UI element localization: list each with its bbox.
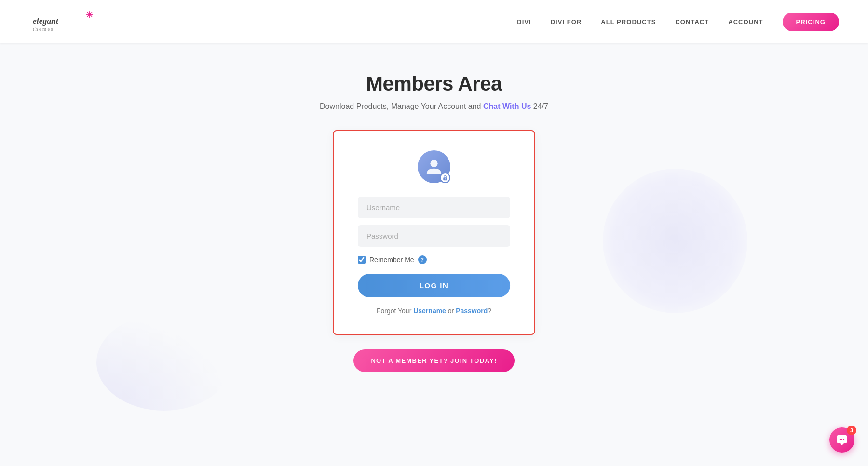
header: ✳ elegant themes DIVI DIVI FOR ALL PRODU… <box>0 0 868 43</box>
subtitle-prefix: Download Products, Manage Your Account a… <box>320 102 483 110</box>
remember-me-row: Remember Me ? <box>358 255 510 264</box>
decorative-blob-left <box>96 314 231 411</box>
svg-text:elegant: elegant <box>33 16 59 26</box>
logo-icon: ✳ elegant themes <box>29 7 106 36</box>
join-button[interactable]: NOT A MEMBER YET? JOIN TODAY! <box>353 349 514 372</box>
main-content: Members Area Download Products, Manage Y… <box>0 43 868 411</box>
login-card: Remember Me ? LOG IN Forgot Your Usernam… <box>333 130 535 335</box>
svg-text:themes: themes <box>33 27 54 32</box>
chat-with-us-link[interactable]: Chat With Us <box>483 102 531 110</box>
svg-point-3 <box>430 160 437 167</box>
username-input[interactable] <box>358 197 510 218</box>
chat-bubble-icon <box>836 434 848 446</box>
user-silhouette-icon <box>425 158 443 176</box>
lock-icon <box>442 175 448 181</box>
logo[interactable]: ✳ elegant themes <box>29 7 106 36</box>
forgot-password-link[interactable]: Password <box>456 307 488 315</box>
svg-point-6 <box>840 439 841 440</box>
forgot-or: or <box>446 307 456 315</box>
forgot-credentials-text: Forgot Your Username or Password? <box>377 307 491 315</box>
remember-me-label: Remember Me <box>369 256 414 264</box>
chat-notification-badge: 3 <box>847 426 856 435</box>
page-subtitle: Download Products, Manage Your Account a… <box>320 102 548 111</box>
user-avatar-icon <box>418 150 450 183</box>
forgot-suffix: ? <box>488 307 491 315</box>
nav-item-account[interactable]: ACCOUNT <box>728 18 763 26</box>
subtitle-suffix: 24/7 <box>531 102 548 110</box>
nav-item-contact[interactable]: CONTACT <box>675 18 709 26</box>
login-button[interactable]: LOG IN <box>358 274 510 297</box>
nav-item-divi-for[interactable]: DIVI FOR <box>551 18 582 26</box>
lock-badge-icon <box>440 173 450 183</box>
svg-point-5 <box>445 178 446 179</box>
forgot-username-link[interactable]: Username <box>413 307 446 315</box>
main-nav: DIVI DIVI FOR ALL PRODUCTS CONTACT ACCOU… <box>517 13 839 31</box>
decorative-blob-right <box>603 169 747 313</box>
page-title: Members Area <box>366 72 502 95</box>
svg-point-8 <box>843 439 844 440</box>
nav-item-all-products[interactable]: ALL PRODUCTS <box>601 18 656 26</box>
svg-text:✳: ✳ <box>86 10 93 20</box>
remember-me-help-icon[interactable]: ? <box>418 255 427 264</box>
svg-point-7 <box>841 439 842 440</box>
nav-item-divi[interactable]: DIVI <box>517 18 531 26</box>
forgot-prefix: Forgot Your <box>377 307 413 315</box>
remember-me-checkbox[interactable] <box>358 256 366 264</box>
password-input[interactable] <box>358 225 510 247</box>
pricing-button[interactable]: PRICING <box>783 13 839 31</box>
chat-widget[interactable]: 3 <box>829 427 854 453</box>
